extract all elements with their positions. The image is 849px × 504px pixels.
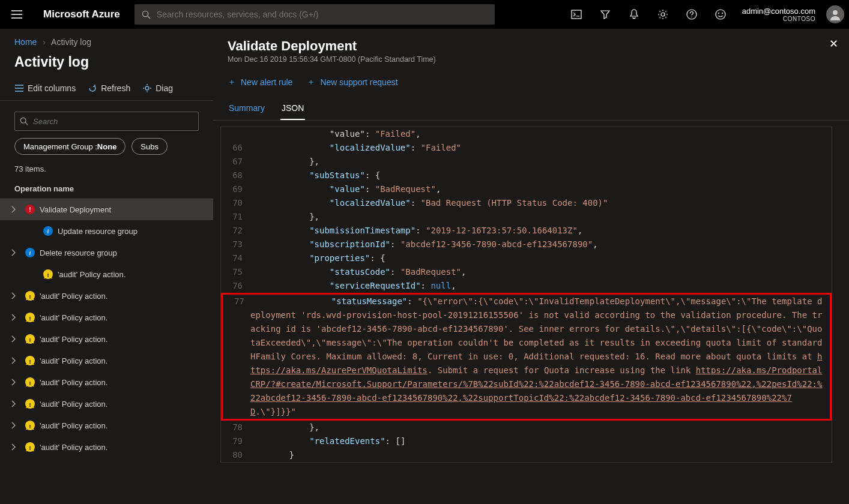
brand-label: Microsoft Azure <box>34 8 130 20</box>
code-line: "localizedValue": "Failed" <box>249 141 832 155</box>
code-line: "serviceRequestId": null, <box>249 279 832 293</box>
operation-row[interactable]: ! 'audit' Policy action. <box>0 307 213 328</box>
code-line: "value": "Failed", <box>249 127 832 141</box>
operation-label: 'audit' Policy action. <box>40 292 107 301</box>
tab-json[interactable]: JSON <box>280 100 305 120</box>
help-icon[interactable] <box>678 1 705 28</box>
json-viewer: "value": "Failed",66 "localizedValue": "… <box>220 127 832 463</box>
feedback-icon[interactable] <box>707 1 734 28</box>
status-warn-icon: ! <box>25 334 35 344</box>
chevron-right-icon <box>11 206 20 213</box>
svg-point-9 <box>145 86 149 90</box>
operation-row[interactable]: ! 'audit' Policy action. <box>0 371 213 393</box>
user-info[interactable]: admin@contoso.com CONTOSO <box>736 7 821 22</box>
operation-label: Validate Deployment <box>40 205 111 214</box>
activity-search[interactable] <box>14 112 199 131</box>
json-scroll-area[interactable]: "value": "Failed",66 "localizedValue": "… <box>213 121 849 504</box>
code-line: "properties": { <box>249 251 832 265</box>
line-number: 75 <box>221 265 249 279</box>
line-number: 72 <box>221 224 249 238</box>
breadcrumb-current: Activity log <box>51 37 91 47</box>
operation-row[interactable]: ! 'audit' Policy action. <box>0 415 213 436</box>
hamburger-menu[interactable] <box>5 2 29 26</box>
operation-row[interactable]: ! 'audit' Policy action. <box>0 328 213 350</box>
new-support-request-button[interactable]: ＋ New support request <box>307 77 397 88</box>
chevron-right-icon <box>11 400 20 407</box>
svg-point-6 <box>718 13 719 14</box>
code-line: "localizedValue": "Bad Request (HTTP Sta… <box>249 196 832 210</box>
status-warn-icon: ! <box>43 269 53 279</box>
svg-text:!: ! <box>29 380 31 386</box>
edit-columns-button[interactable]: Edit columns <box>14 83 76 93</box>
code-line: "submissionTimestamp": "2019-12-16T23:57… <box>249 224 832 238</box>
operation-label: Delete resource group <box>40 248 117 257</box>
filter-subscriptions[interactable]: Subs <box>131 138 168 155</box>
svg-point-5 <box>716 10 725 19</box>
user-tenant: CONTOSO <box>742 16 815 22</box>
cloud-shell-icon[interactable] <box>563 1 590 28</box>
line-number: 76 <box>221 279 249 293</box>
svg-line-1 <box>148 16 150 18</box>
diagnose-button[interactable]: Diag <box>142 83 173 93</box>
operation-row[interactable]: ! Validate Deployment <box>0 199 213 220</box>
status-info-icon: i <box>25 248 35 257</box>
plus-icon: ＋ <box>228 77 236 88</box>
new-alert-rule-button[interactable]: ＋ New alert rule <box>228 77 292 88</box>
operation-row[interactable]: ! 'audit' Policy action. <box>0 350 213 371</box>
chevron-right-icon <box>11 249 20 256</box>
operation-label: 'audit' Policy action. <box>40 443 107 452</box>
detail-subtitle: Mon Dec 16 2019 15:56:34 GMT-0800 (Pacif… <box>228 55 835 64</box>
close-button[interactable]: ✕ <box>829 37 838 50</box>
svg-point-0 <box>142 11 148 16</box>
detail-title: Validate Deployment <box>228 38 835 54</box>
global-search-input[interactable] <box>157 10 488 19</box>
status-warn-icon: ! <box>25 291 35 301</box>
code-line: "statusCode": "BadRequest", <box>249 265 832 279</box>
settings-icon[interactable] <box>650 1 676 28</box>
code-line: "statusMessage": "{\"error\":{\"code\":\… <box>250 295 830 419</box>
refresh-button[interactable]: Refresh <box>88 83 130 93</box>
operation-label: 'audit' Policy action. <box>58 270 125 279</box>
line-number: 70 <box>221 196 249 210</box>
chevron-right-icon <box>11 443 20 451</box>
chevron-right-icon <box>11 314 20 321</box>
chevron-right-icon <box>11 292 20 299</box>
operation-row[interactable]: ! 'audit' Policy action. <box>0 393 213 415</box>
operation-label: Update resource group <box>58 227 137 236</box>
notifications-icon[interactable] <box>621 1 647 28</box>
svg-text:!: ! <box>29 337 31 343</box>
svg-text:!: ! <box>29 424 31 430</box>
operation-row[interactable]: ! 'audit' Policy action. <box>0 285 213 307</box>
operation-label: 'audit' Policy action. <box>40 378 107 387</box>
line-number: 67 <box>221 155 249 169</box>
code-line: }, <box>249 155 832 169</box>
column-header-operation: Operation name <box>0 179 213 199</box>
status-warn-icon: ! <box>25 356 35 365</box>
avatar[interactable] <box>826 5 844 23</box>
filter-management-group[interactable]: Management Group : None <box>14 138 125 155</box>
line-number <box>221 127 249 141</box>
tab-summary[interactable]: Summary <box>228 100 266 120</box>
activity-search-input[interactable] <box>33 117 193 126</box>
svg-text:!: ! <box>29 359 31 365</box>
svg-text:!: ! <box>29 402 31 408</box>
status-warn-icon: ! <box>25 442 35 452</box>
svg-rect-2 <box>572 10 581 19</box>
operation-row[interactable]: ! 'audit' Policy action. <box>0 436 213 458</box>
svg-point-3 <box>661 13 665 16</box>
directory-filter-icon[interactable] <box>592 1 618 28</box>
operation-row[interactable]: ! 'audit' Policy action. <box>0 263 213 285</box>
chevron-right-icon <box>11 335 20 343</box>
code-line: }, <box>249 421 832 434</box>
item-count: 73 items. <box>0 163 213 179</box>
operation-row[interactable]: i Update resource group <box>0 220 213 242</box>
chevron-right-icon <box>11 422 20 429</box>
status-warn-icon: ! <box>25 421 35 430</box>
operation-label: 'audit' Policy action. <box>40 356 107 365</box>
operation-row[interactable]: i Delete resource group <box>0 242 213 263</box>
svg-point-8 <box>833 10 838 15</box>
breadcrumb-home[interactable]: Home <box>14 37 37 47</box>
line-number: 68 <box>221 169 249 182</box>
svg-text:!: ! <box>47 272 49 278</box>
global-search[interactable] <box>134 4 495 25</box>
